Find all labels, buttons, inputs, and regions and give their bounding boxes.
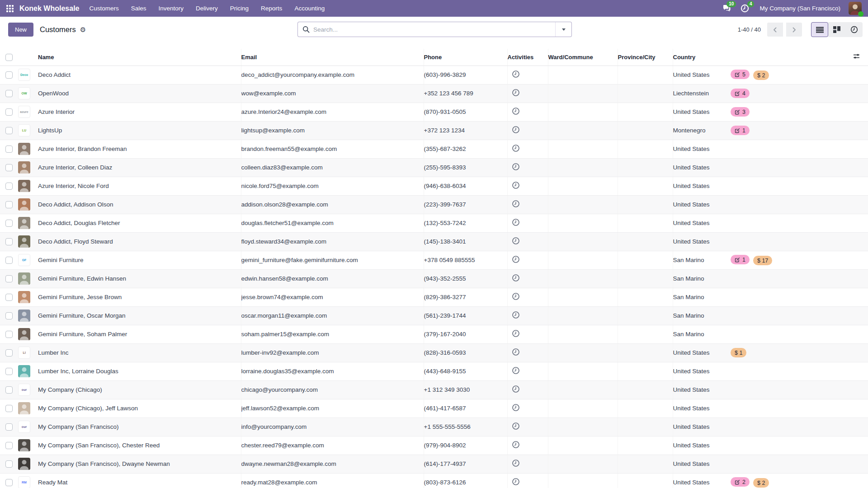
table-row[interactable]: Gemini Furniture, Jesse Brownjesse.brown… — [0, 288, 868, 306]
table-row[interactable]: Gemini Furniture, Edwin Hansenedwin.hans… — [0, 269, 868, 288]
column-ward-commune[interactable]: Ward/Commune — [548, 49, 618, 66]
customer-phone[interactable]: +1 312 349 3030 — [424, 380, 507, 399]
activity-clock-button[interactable] — [512, 89, 520, 97]
customer-country[interactable]: United States — [673, 399, 728, 418]
customer-email[interactable]: oscar.morgan11@example.com — [241, 306, 424, 325]
activity-clock-button[interactable] — [512, 70, 520, 78]
table-row[interactable]: My Company (San Francisco), Chester Reed… — [0, 436, 868, 455]
gear-icon[interactable]: ⚙ — [80, 26, 86, 34]
activity-clock-button[interactable] — [512, 478, 520, 486]
activity-view-button[interactable] — [845, 22, 863, 37]
customer-name[interactable]: LightsUp — [38, 121, 241, 140]
activity-clock-button[interactable] — [512, 441, 520, 449]
row-checkbox[interactable] — [5, 275, 13, 282]
activity-clock-button[interactable] — [512, 385, 520, 393]
customer-name[interactable]: My Company (San Francisco), Dwayne Newma… — [38, 455, 241, 473]
schedule-activity-cell[interactable] — [507, 418, 548, 436]
row-checkbox[interactable] — [5, 201, 13, 208]
activity-clock-button[interactable] — [512, 181, 520, 189]
activities-menu-icon[interactable]: 4 — [740, 4, 750, 14]
customer-email[interactable]: deco_addict@yourcompany.example.com — [241, 66, 424, 84]
table-row[interactable]: Gemini Furniture, Soham Palmersoham.palm… — [0, 325, 868, 343]
row-checkbox[interactable] — [5, 220, 13, 227]
customer-phone[interactable]: +378 0549 885555 — [424, 251, 507, 269]
row-checkbox[interactable] — [5, 405, 13, 412]
menu-customers[interactable]: Customers — [89, 5, 118, 12]
row-checkbox[interactable] — [5, 183, 13, 190]
table-row[interactable]: DecoDeco Addictdeco_addict@yourcompany.e… — [0, 66, 868, 84]
activity-clock-button[interactable] — [512, 237, 520, 245]
row-checkbox[interactable] — [5, 164, 13, 171]
table-row[interactable]: RMReady Matready.mat28@example.com(803)-… — [0, 473, 868, 488]
customer-name[interactable]: Azure Interior, Colleen Diaz — [38, 158, 241, 177]
customer-email[interactable]: jesse.brown74@example.com — [241, 288, 424, 306]
table-row[interactable]: OWOpenWoodwow@example.com+352 123 456 78… — [0, 84, 868, 103]
optional-columns-icon[interactable] — [853, 54, 860, 61]
pager-next-button[interactable] — [786, 23, 802, 37]
table-row[interactable]: Deco Addict, Douglas Fletcherdouglas.fle… — [0, 214, 868, 232]
activity-clock-button[interactable] — [512, 348, 520, 356]
column-activities[interactable]: Activities — [507, 49, 548, 66]
activities-badge[interactable]: 1 — [731, 126, 750, 135]
row-checkbox[interactable] — [5, 331, 13, 338]
customer-name[interactable]: Azure Interior — [38, 103, 241, 121]
schedule-activity-cell[interactable] — [507, 306, 548, 325]
row-checkbox[interactable] — [5, 423, 13, 431]
row-checkbox[interactable] — [5, 368, 13, 375]
customer-email[interactable]: chester.reed79@example.com — [241, 436, 424, 455]
menu-accounting[interactable]: Accounting — [294, 5, 325, 12]
table-row[interactable]: LULightsUplightsup@example.com+372 123 1… — [0, 121, 868, 140]
customer-country[interactable]: United States — [673, 195, 728, 214]
schedule-activity-cell[interactable] — [507, 288, 548, 306]
customer-country[interactable]: United States — [673, 66, 728, 84]
row-checkbox[interactable] — [5, 257, 13, 264]
row-checkbox[interactable] — [5, 460, 13, 468]
amount-badge[interactable]: $ 2 — [753, 478, 769, 488]
activity-clock-button[interactable] — [512, 200, 520, 208]
customer-name[interactable]: Deco Addict, Addison Olson — [38, 195, 241, 214]
activity-clock-button[interactable] — [512, 366, 520, 375]
customer-email[interactable]: gemini_furniture@fake.geminifurniture.co… — [241, 251, 424, 269]
company-switcher[interactable]: My Company (San Francisco) — [760, 5, 840, 12]
customer-name[interactable]: Deco Addict — [38, 66, 241, 84]
customer-email[interactable]: chicago@yourcompany.com — [241, 380, 424, 399]
customer-name[interactable]: Lumber Inc, Lorraine Douglas — [38, 362, 241, 380]
menu-reports[interactable]: Reports — [261, 5, 282, 12]
row-checkbox[interactable] — [5, 127, 13, 134]
customer-email[interactable]: floyd.steward34@example.com — [241, 232, 424, 251]
customer-phone[interactable]: (614)-177-4937 — [424, 455, 507, 473]
kanban-view-button[interactable] — [828, 22, 845, 37]
table-row[interactable]: My Company (San Francisco), Dwayne Newma… — [0, 455, 868, 473]
new-button[interactable]: New — [8, 23, 33, 37]
customer-phone[interactable]: (946)-638-6034 — [424, 177, 507, 195]
schedule-activity-cell[interactable] — [507, 436, 548, 455]
customer-name[interactable]: Deco Addict, Floyd Steward — [38, 232, 241, 251]
messages-icon[interactable]: 10 — [722, 4, 731, 14]
customer-phone[interactable]: (943)-352-2555 — [424, 269, 507, 288]
row-checkbox[interactable] — [5, 145, 13, 153]
schedule-activity-cell[interactable] — [507, 66, 548, 84]
table-row[interactable]: LILumber Inclumber-inv92@example.com(828… — [0, 343, 868, 362]
customer-email[interactable]: azure.Interior24@example.com — [241, 103, 424, 121]
customer-country[interactable]: United States — [673, 140, 728, 158]
activity-clock-button[interactable] — [512, 274, 520, 282]
schedule-activity-cell[interactable] — [507, 195, 548, 214]
customer-phone[interactable]: (145)-138-3401 — [424, 232, 507, 251]
customer-country[interactable]: United States — [673, 362, 728, 380]
customer-country[interactable]: Montenegro — [673, 121, 728, 140]
customer-phone[interactable]: (979)-904-8902 — [424, 436, 507, 455]
customer-email[interactable]: dwayne.newman28@example.com — [241, 455, 424, 473]
customer-phone[interactable]: (132)-553-7242 — [424, 214, 507, 232]
customer-email[interactable]: soham.palmer15@example.com — [241, 325, 424, 343]
customer-phone[interactable]: (379)-167-2040 — [424, 325, 507, 343]
menu-pricing[interactable]: Pricing — [230, 5, 249, 12]
customer-phone[interactable]: (803)-873-6126 — [424, 473, 507, 488]
schedule-activity-cell[interactable] — [507, 251, 548, 269]
customer-country[interactable]: San Marino — [673, 288, 728, 306]
customer-phone[interactable]: (443)-648-9155 — [424, 362, 507, 380]
column-country[interactable]: Country — [673, 49, 728, 66]
customer-name[interactable]: Lumber Inc — [38, 343, 241, 362]
amount-badge[interactable]: $ 17 — [753, 256, 772, 265]
customer-email[interactable]: nicole.ford75@example.com — [241, 177, 424, 195]
customer-email[interactable]: lumber-inv92@example.com — [241, 343, 424, 362]
